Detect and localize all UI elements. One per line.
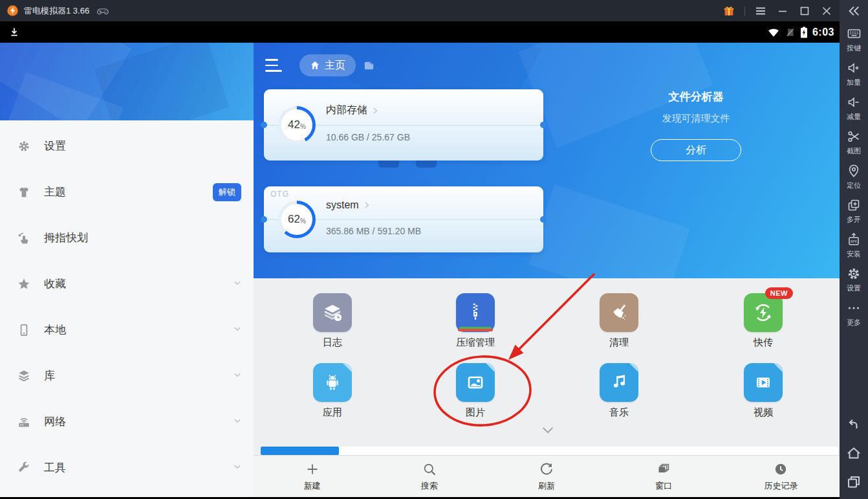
sidebar-item-favorites[interactable]: 收藏: [0, 261, 254, 307]
sidebar-item-library[interactable]: 库: [0, 353, 254, 399]
layers-icon: [17, 369, 31, 383]
horizontal-scrollbar[interactable]: [261, 447, 838, 455]
emu-settings-button[interactable]: 设置: [840, 266, 868, 293]
tile-label: 音乐: [609, 406, 629, 419]
storage-percent: 62: [288, 213, 300, 226]
sidebar-item-tools[interactable]: 工具: [0, 445, 254, 491]
tool-label: 刷新: [538, 480, 555, 492]
menu-button[interactable]: [754, 5, 767, 17]
folded-corner: [629, 363, 638, 372]
windows-button[interactable]: 窗口: [605, 456, 722, 497]
gift-icon[interactable]: [722, 5, 735, 17]
tile-label: 视频: [754, 406, 773, 419]
storage-name: system: [326, 199, 359, 211]
gamepad-icon[interactable]: [96, 5, 110, 17]
emulator-toolbar: 按键 加量 减量 截图 定位 多开 APK 安装 设置: [840, 0, 868, 499]
sidebar-item-label: 工具: [44, 460, 66, 475]
percent-sign: %: [300, 123, 306, 130]
tool-label: 窗口: [655, 480, 672, 492]
phone-icon: [17, 323, 31, 337]
gear-icon: [17, 139, 31, 153]
tile-label: 快传: [754, 337, 773, 349]
refresh-icon: [539, 461, 554, 477]
sidebar-item-network[interactable]: 网络: [0, 399, 254, 445]
minimize-button[interactable]: [776, 5, 789, 17]
clock-time: 6:03: [812, 27, 834, 38]
storage-name: 内部存储: [326, 104, 367, 117]
router-icon: [17, 415, 31, 429]
expand-chevron-icon[interactable]: [541, 426, 555, 438]
new-badge: NEW: [765, 287, 793, 299]
storage-name-row: system: [326, 199, 371, 211]
home-button[interactable]: [845, 445, 862, 461]
tile-music[interactable]: 音乐: [580, 363, 658, 419]
folded-corner: [486, 363, 495, 372]
music-icon: [600, 363, 638, 402]
analyzer-subtitle: 发现可清理文件: [615, 113, 777, 125]
titlebar-separator: [744, 6, 745, 16]
screenshot-button[interactable]: 截图: [840, 129, 868, 156]
back-button[interactable]: [845, 416, 862, 432]
scrollbar-thumb[interactable]: [261, 447, 339, 455]
multi-instance-button[interactable]: 多开: [840, 197, 868, 225]
storage-ring: 62%: [278, 201, 316, 238]
tile-cleaner[interactable]: 清理: [580, 293, 658, 349]
analyze-button[interactable]: 分析: [651, 139, 741, 161]
sidebar-item-theme[interactable]: 主题 解锁: [0, 169, 254, 215]
ellipsis-icon: [846, 300, 862, 316]
sidebar-item-settings[interactable]: 设置: [0, 123, 254, 169]
card-foot: [416, 161, 437, 168]
app-sidebar: 设置 主题 解锁 拇指快划: [0, 43, 254, 497]
install-apk-button[interactable]: APK 安装: [840, 232, 868, 259]
apk-icon-text: APK: [850, 239, 857, 243]
volume-up-button[interactable]: 加量: [840, 60, 868, 87]
collapse-icon[interactable]: [847, 3, 861, 19]
menu-icon[interactable]: [265, 58, 283, 73]
tab-home[interactable]: 主页: [299, 54, 356, 76]
windows-icon: [656, 461, 671, 477]
storage-card-system[interactable]: OTG 62% system 365.86 MB / 591.20 MB: [264, 186, 543, 252]
tile-apps[interactable]: 应用: [294, 363, 371, 419]
tool-label: 搜索: [421, 480, 438, 492]
location-button[interactable]: 定位: [840, 163, 868, 190]
logs-icon: [313, 293, 352, 332]
tile-fast-transfer[interactable]: NEW 快传: [724, 293, 802, 349]
storage-card-internal[interactable]: 42% 内部存储 10.66 GB / 25.67 GB: [264, 89, 543, 161]
wifi-icon: [767, 27, 780, 38]
keyboard-icon: [846, 26, 862, 41]
location-pin-icon: [846, 163, 862, 179]
sidebar-item-local[interactable]: 本地: [0, 307, 254, 353]
recent-apps-button[interactable]: [845, 474, 862, 490]
file-manager-app: 设置 主题 解锁 拇指快划: [0, 43, 840, 497]
tile-logs[interactable]: 日志: [294, 293, 371, 349]
unlock-badge[interactable]: 解锁: [213, 183, 241, 201]
bottom-toolbar: 新建 搜索 刷新 窗口: [254, 455, 840, 497]
history-button[interactable]: 历史记录: [722, 456, 840, 497]
tile-archive[interactable]: 压缩管理: [437, 293, 514, 349]
refresh-button[interactable]: 刷新: [488, 456, 605, 497]
tile-pictures[interactable]: 图片: [437, 363, 514, 419]
search-button[interactable]: 搜索: [371, 456, 488, 497]
volume-up-icon: [846, 60, 862, 76]
storage-percent: 42: [288, 118, 300, 131]
keymapping-button[interactable]: 按键: [840, 26, 868, 53]
tile-label: 图片: [466, 406, 485, 419]
battery-charging-icon: [800, 27, 808, 38]
new-button[interactable]: 新建: [254, 456, 371, 497]
card-notch: [261, 122, 267, 128]
close-button[interactable]: [820, 5, 833, 17]
card-foot: [378, 161, 399, 168]
android-status-bar: 6:03: [0, 21, 840, 43]
tile-videos[interactable]: 视频: [724, 363, 802, 419]
sidebar-item-thumb-swipe[interactable]: 拇指快划: [0, 215, 254, 261]
pictures-icon: [456, 363, 495, 402]
analyzer-title: 文件分析器: [615, 89, 777, 104]
wrench-icon: [17, 461, 31, 475]
more-button[interactable]: 更多: [840, 300, 868, 327]
sd-card-icon[interactable]: [363, 61, 374, 71]
percent-sign: %: [300, 217, 306, 225]
card-notch: [540, 122, 547, 128]
volume-down-button[interactable]: 减量: [840, 94, 868, 122]
maximize-button[interactable]: [798, 5, 811, 17]
main-panel: 主页 42% 内部存储: [254, 43, 840, 497]
